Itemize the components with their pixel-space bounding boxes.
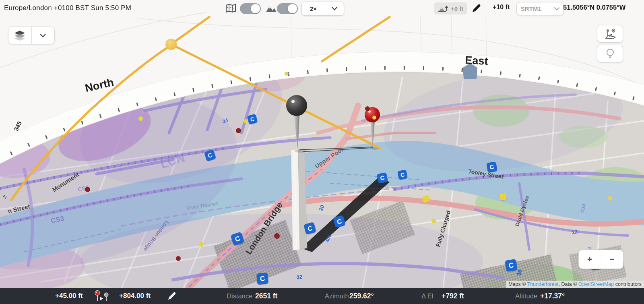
zoom-in-button[interactable]: + [579, 250, 601, 269]
observer-height-value[interactable]: +10 ft [493, 4, 510, 11]
terrain-icon [266, 4, 277, 13]
chevron-down-icon [554, 7, 559, 10]
tide-offset-pill[interactable]: +0 ft [434, 2, 467, 14]
mountain-up-arrow-icon [438, 5, 448, 12]
azimuth-value: 259.62° [349, 288, 374, 304]
exaggeration-value[interactable]: 2× [302, 5, 325, 12]
openstreetmap-link[interactable]: OpenStreetMap [578, 281, 614, 287]
sun-exposure-icon [604, 28, 617, 40]
pin-a-elevation: +45.00 ft [55, 288, 83, 304]
sun-icon[interactable] [165, 39, 177, 50]
coordinates-readout[interactable]: 51.5056°N 0.0755°W [563, 4, 625, 11]
attribution-text: contributors [614, 281, 642, 287]
chevron-down-icon [332, 7, 337, 10]
attribution-text: Maps © [508, 281, 527, 287]
top-toolbar: Europe/London +0100 BST Sun 5:50 PM 2× +… [0, 0, 644, 18]
status-bar: +45.00 ft +804.00 ft Distance 2651 ft Az… [0, 288, 644, 304]
dem-source-value: SRTM1 [521, 6, 541, 12]
lightbulb-button[interactable] [597, 45, 623, 62]
zoom-controls: + − [578, 250, 623, 269]
map-attribution: Maps © Thunderforest, Data © OpenStreetM… [506, 281, 644, 288]
delta-elevation-value: +792 ft [442, 288, 464, 304]
map-canvas[interactable] [0, 0, 644, 304]
swap-pins-icon[interactable] [94, 290, 110, 302]
thunderforest-link[interactable]: Thunderforest [527, 281, 559, 287]
pencil-icon[interactable] [167, 292, 176, 300]
layers-button[interactable] [8, 27, 31, 44]
app-root: NorthEast3452London BridgeUpper PoolRive… [0, 0, 644, 304]
layers-dropdown-button[interactable] [32, 27, 55, 44]
pin-b-elevation: +804.00 ft [119, 288, 151, 304]
altitude-label: Altitude [515, 288, 537, 304]
tide-offset-value: +0 ft [451, 5, 463, 12]
map-style-toggle[interactable] [240, 3, 261, 14]
delta-elevation-label: Δ El [421, 288, 433, 304]
pencil-icon[interactable] [472, 4, 481, 13]
terrain-toggle[interactable] [277, 3, 298, 14]
zoom-out-button[interactable]: − [601, 250, 623, 269]
dem-source-select[interactable]: SRTM1 [516, 2, 564, 15]
tower-3d [291, 149, 307, 250]
chevron-down-icon [40, 34, 46, 37]
exaggeration-control: 2× [301, 2, 344, 16]
exaggeration-dropdown-button[interactable] [325, 7, 344, 10]
lightbulb-icon [605, 48, 615, 59]
timezone-time-label[interactable]: Europe/London +0100 BST Sun 5:50 PM [4, 4, 131, 12]
distance-label: Distance [227, 288, 252, 304]
map-style-icon [225, 4, 236, 13]
layers-icon [13, 30, 26, 41]
distance-value: 2651 ft [255, 288, 277, 304]
layers-control [8, 27, 55, 44]
attribution-text: , Data © [558, 281, 578, 287]
sun-exposure-button[interactable] [597, 25, 623, 43]
altitude-value: +17.37° [540, 288, 565, 304]
azimuth-label: Azimuth [325, 288, 349, 304]
